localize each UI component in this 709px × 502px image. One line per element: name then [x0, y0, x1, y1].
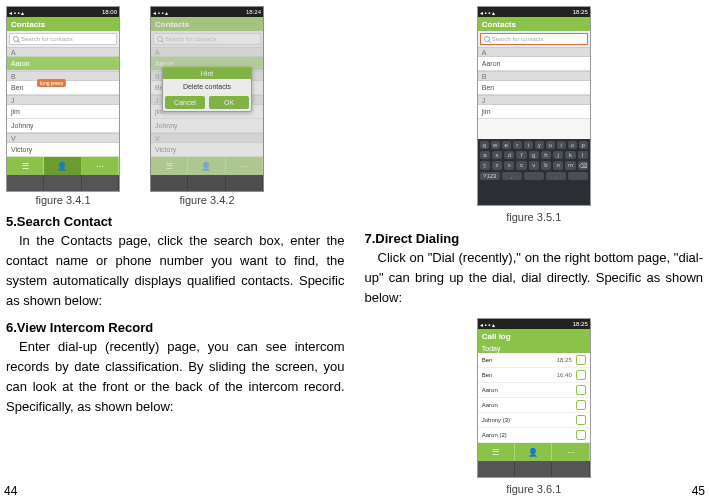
phone-icon	[576, 430, 586, 440]
section-A: A	[7, 47, 119, 57]
list-item: jim	[7, 105, 119, 119]
key: n	[553, 161, 563, 170]
key: c	[516, 161, 526, 170]
delete-dialog: Hint Delete contacts Cancel OK	[162, 67, 252, 112]
key: u	[546, 141, 555, 149]
status-bar: ◂ ▪ ▪ ▴18:25	[478, 319, 590, 329]
search-icon	[13, 36, 19, 42]
key: v	[529, 161, 539, 170]
phone-icon	[576, 355, 586, 365]
search-icon	[157, 36, 163, 42]
key: ,	[502, 172, 522, 180]
key: e	[502, 141, 511, 149]
key: .	[546, 172, 566, 180]
key: z	[492, 161, 502, 170]
key: g	[529, 151, 539, 159]
key: r	[513, 141, 522, 149]
titlebar-contacts: Contacts	[151, 17, 263, 31]
section-J: J	[7, 95, 119, 105]
titlebar-contacts: Contacts	[7, 17, 119, 31]
calllog-row: Ben16:40	[478, 368, 590, 383]
heading-6: 6.View Intercom Record	[6, 320, 345, 335]
search-input: Search for contacts	[153, 33, 261, 45]
calllog-row: Aaron	[478, 383, 590, 398]
key: f	[516, 151, 526, 159]
figure-caption: figure 3.6.1	[365, 483, 704, 495]
key	[524, 172, 544, 180]
phone-icon	[576, 370, 586, 380]
paragraph-7: Click on "Dial (recently)," on the right…	[365, 248, 704, 308]
key: x	[504, 161, 514, 170]
list-item: Aaronlong press	[7, 57, 119, 71]
bottom-tabs: ☰👤⋯	[478, 443, 590, 461]
status-bar: ◂ ▪ ▪ ▴18:00	[7, 7, 119, 17]
key: ⇧	[480, 161, 490, 170]
key: i	[557, 141, 566, 149]
key: b	[541, 161, 551, 170]
heading-7: 7.Direct Dialing	[365, 231, 704, 246]
titlebar-calllog: Call log	[478, 329, 590, 343]
keyboard: qwertyuiop asdfghjkl ⇧zxcvbnm⌫ ?123,.	[478, 139, 590, 206]
list-item: Johnny	[7, 119, 119, 133]
search-input-active: Search for contacts	[480, 33, 588, 45]
key: a	[480, 151, 490, 159]
figure-caption: figure 3.5.1	[365, 211, 704, 223]
calllog-row: Aaron (2)	[478, 428, 590, 443]
paragraph-5: In the Contacts page, click the search b…	[6, 231, 345, 312]
key: m	[565, 161, 575, 170]
today-header: Today	[478, 343, 590, 353]
paragraph-6: Enter dial-up (recently) page, you can s…	[6, 337, 345, 418]
figure-caption: figure 3.4.1	[6, 194, 120, 206]
key: s	[492, 151, 502, 159]
key	[568, 172, 588, 180]
page-number: 44	[4, 484, 17, 498]
dialog-title: Hint	[163, 68, 251, 79]
figure-3-5-1: ◂ ▪ ▪ ▴18:25 Contacts Search for contact…	[477, 6, 591, 206]
key: t	[524, 141, 533, 149]
search-input: Search for contacts	[9, 33, 117, 45]
status-bar: ◂ ▪ ▪ ▴18:25	[478, 7, 590, 17]
key: q	[480, 141, 489, 149]
heading-5: 5.Search Contact	[6, 214, 345, 229]
figure-caption: figure 3.4.2	[150, 194, 264, 206]
bottom-tabs: ☰👤⋯	[7, 157, 119, 175]
nav-buttons	[7, 175, 119, 192]
key: h	[541, 151, 551, 159]
figure-3-6-1: ◂ ▪ ▪ ▴18:25 Call log Today Ben18:25Ben1…	[477, 318, 591, 478]
search-icon	[484, 36, 490, 42]
figure-3-4-2: ◂ ▪ ▪ ▴18:24 Contacts Search for contact…	[150, 6, 264, 192]
nav-buttons	[478, 461, 590, 478]
key: d	[504, 151, 514, 159]
key: j	[553, 151, 563, 159]
calllog-row: Aaron	[478, 398, 590, 413]
section-V: V	[7, 133, 119, 143]
key: l	[578, 151, 588, 159]
titlebar-contacts: Contacts	[478, 17, 590, 31]
key: ?123	[480, 172, 500, 180]
key: y	[535, 141, 544, 149]
key: p	[579, 141, 588, 149]
cancel-button: Cancel	[165, 96, 205, 109]
key: w	[491, 141, 500, 149]
key: o	[568, 141, 577, 149]
list-item: Victory	[7, 143, 119, 157]
calllog-row: Johnny (3)	[478, 413, 590, 428]
status-bar: ◂ ▪ ▪ ▴18:24	[151, 7, 263, 17]
phone-icon	[576, 385, 586, 395]
dialog-body: Delete contacts	[163, 79, 251, 94]
phone-icon	[576, 400, 586, 410]
calllog-row: Ben18:25	[478, 353, 590, 368]
figure-3-4-1: ◂ ▪ ▪ ▴18:00 Contacts Search for contact…	[6, 6, 120, 192]
key: ⌫	[578, 161, 588, 170]
ok-button: OK	[209, 96, 249, 109]
page-number: 45	[692, 484, 705, 498]
key: k	[565, 151, 575, 159]
phone-icon	[576, 415, 586, 425]
